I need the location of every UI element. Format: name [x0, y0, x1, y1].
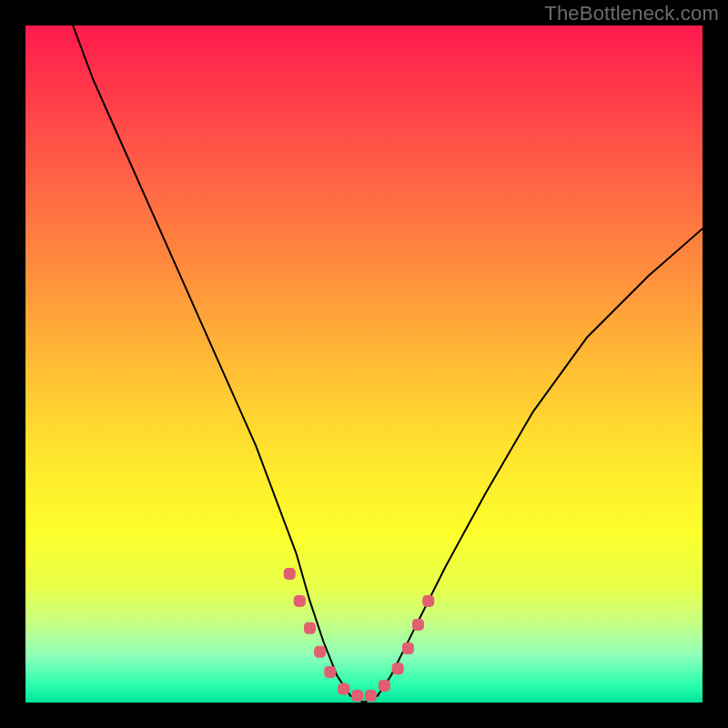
curve-marker — [324, 666, 336, 678]
curve-marker — [402, 642, 414, 654]
plot-area — [25, 25, 703, 703]
curve-layer — [25, 25, 703, 703]
curve-marker — [379, 680, 390, 692]
bottleneck-curve — [73, 25, 703, 703]
curve-marker — [365, 690, 377, 702]
curve-marker — [338, 683, 349, 695]
curve-marker — [304, 622, 316, 634]
curve-marker — [412, 619, 424, 631]
curve-marker — [314, 646, 326, 658]
curve-marker — [392, 662, 404, 674]
curve-marker — [351, 690, 363, 702]
watermark-text: TheBottleneck.com — [544, 2, 719, 25]
chart-frame: TheBottleneck.com — [0, 0, 728, 728]
curve-marker — [294, 595, 306, 607]
curve-marker — [284, 568, 296, 580]
curve-marker — [422, 595, 434, 607]
